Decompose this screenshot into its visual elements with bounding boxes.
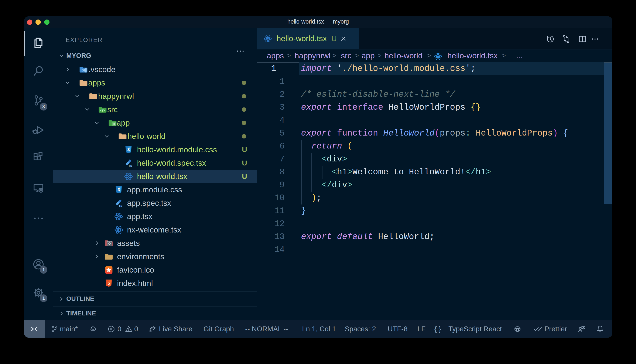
svg-text:TS: TS (128, 164, 132, 167)
svg-text:5: 5 (107, 281, 110, 286)
svg-text:</>: </> (100, 108, 105, 112)
svg-text:3: 3 (127, 147, 130, 152)
svg-text:TS: TS (119, 204, 122, 208)
svg-text:3: 3 (117, 187, 120, 192)
